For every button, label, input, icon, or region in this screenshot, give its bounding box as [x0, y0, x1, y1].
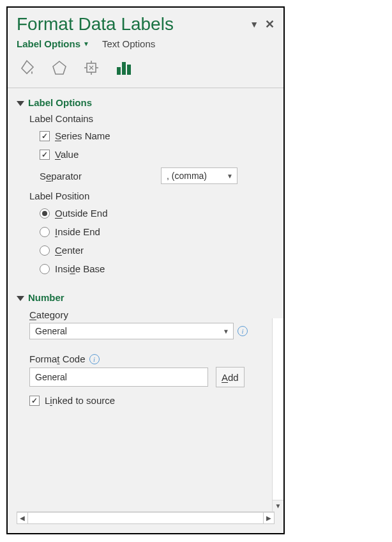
chevron-down-icon: ▼	[223, 328, 229, 335]
section-label-options-header[interactable]: Label Options	[17, 95, 267, 111]
radio-center-label: Center	[55, 245, 84, 256]
label-contains-heading: Label Contains	[17, 111, 267, 127]
category-combo[interactable]: General ▼	[29, 323, 234, 339]
separator-row: Separator , (comma) ▼	[17, 164, 267, 188]
radio-outside-end[interactable]	[40, 208, 50, 219]
format-code-label: Format Code	[29, 353, 86, 364]
options-tab-row: Label Options ▼ Text Options	[8, 35, 283, 49]
section-label-options-title: Label Options	[28, 97, 92, 108]
effects-icon[interactable]	[49, 57, 70, 79]
svg-rect-6	[117, 67, 121, 75]
svg-marker-0	[53, 61, 66, 74]
checkbox-linked[interactable]	[29, 396, 40, 406]
scroll-left-icon[interactable]: ◀	[17, 512, 28, 524]
category-value: General	[35, 326, 67, 336]
section-number-header[interactable]: Number	[17, 290, 267, 306]
info-icon[interactable]: i	[89, 354, 100, 364]
radio-inside-end[interactable]	[40, 227, 50, 237]
format-data-labels-pane: Format Data Labels ▼ ✕ Label Options ▼ T…	[6, 6, 285, 534]
pane-title: Format Data Labels	[17, 14, 174, 35]
checkbox-value-label: Value	[55, 149, 79, 160]
radio-inside-base-label: Inside Base	[55, 263, 105, 274]
tab-label-options[interactable]: Label Options ▼	[17, 38, 89, 49]
label-options-icon[interactable]	[112, 57, 134, 79]
separator-combo[interactable]: , (comma) ▼	[161, 167, 237, 184]
vertical-scrollbar[interactable]: ▼	[272, 318, 283, 511]
fill-and-line-icon[interactable]	[17, 57, 38, 79]
options-content: Label Options Label Contains Series Name…	[8, 88, 272, 511]
collapse-icon	[17, 101, 24, 106]
category-icon-row	[8, 49, 283, 88]
radio-inside-end-label: Inside End	[55, 226, 100, 237]
chevron-down-icon: ▼	[83, 40, 89, 47]
close-icon[interactable]: ✕	[265, 17, 275, 31]
section-number-title: Number	[28, 292, 64, 303]
radio-inside-base-row[interactable]: Inside Base	[17, 259, 267, 278]
separator-label: Separator	[40, 171, 161, 182]
category-label: Category	[17, 306, 267, 323]
chevron-down-icon: ▼	[227, 173, 233, 180]
task-pane-options-icon[interactable]: ▼	[250, 19, 259, 29]
pane-header: Format Data Labels ▼ ✕	[8, 8, 283, 35]
label-position-heading: Label Position	[17, 188, 267, 204]
scroll-track[interactable]	[28, 512, 263, 524]
scroll-right-icon[interactable]: ▶	[263, 512, 275, 524]
tab-label-options-text: Label Options	[17, 38, 80, 49]
checkbox-linked-row[interactable]: Linked to source	[17, 387, 267, 410]
info-icon[interactable]: i	[237, 326, 248, 336]
svg-rect-8	[127, 65, 131, 75]
checkbox-linked-label: Linked to source	[45, 395, 115, 406]
tab-text-options[interactable]: Text Options	[102, 38, 155, 49]
radio-inside-end-row[interactable]: Inside End	[17, 222, 267, 241]
add-button[interactable]: Add	[216, 367, 245, 387]
collapse-icon	[17, 296, 24, 301]
radio-inside-base[interactable]	[40, 264, 50, 274]
checkbox-series-name[interactable]	[40, 131, 50, 141]
radio-outside-end-label: Outside End	[55, 208, 108, 219]
radio-center[interactable]	[40, 245, 50, 256]
format-code-input[interactable]	[29, 368, 208, 387]
horizontal-scrollbar[interactable]: ◀ ▶	[17, 511, 275, 524]
checkbox-value-row[interactable]: Value	[17, 145, 267, 164]
separator-value: , (comma)	[167, 171, 207, 181]
checkbox-series-name-label: Series Name	[55, 130, 110, 141]
scroll-down-icon[interactable]: ▼	[273, 500, 283, 511]
checkbox-series-name-row[interactable]: Series Name	[17, 127, 267, 145]
size-properties-icon[interactable]	[80, 57, 102, 79]
radio-outside-end-row[interactable]: Outside End	[17, 204, 267, 222]
checkbox-value[interactable]	[40, 150, 50, 160]
svg-rect-7	[122, 62, 126, 75]
radio-center-row[interactable]: Center	[17, 241, 267, 259]
